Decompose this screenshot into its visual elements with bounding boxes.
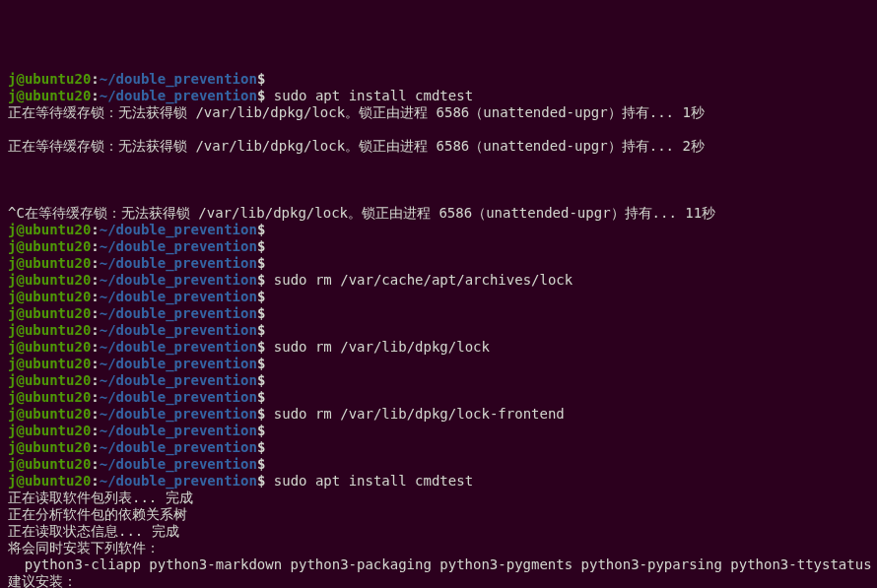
prompt-line: j@ubuntu20:~/double_prevention$: [8, 389, 869, 406]
prompt-line: j@ubuntu20:~/double_prevention$: [8, 71, 869, 88]
prompt-host: ubuntu20: [25, 222, 91, 237]
prompt-line: j@ubuntu20:~/double_prevention$ sudo rm …: [8, 272, 869, 289]
prompt-colon: :: [91, 88, 99, 103]
prompt-path: ~/double_prevention: [100, 71, 257, 87]
prompt-dollar: $: [257, 389, 265, 405]
prompt-line: j@ubuntu20:~/double_prevention$: [8, 356, 869, 372]
prompt-dollar: $: [257, 305, 265, 321]
output-line: 正在读取状态信息... 完成: [8, 523, 869, 540]
prompt-at: @: [16, 305, 24, 321]
prompt-colon: :: [91, 238, 99, 254]
prompt-at: @: [16, 372, 24, 388]
prompt-dollar: $: [257, 71, 265, 87]
prompt-path: ~/double_prevention: [100, 305, 257, 321]
prompt-line: j@ubuntu20:~/double_prevention$: [8, 289, 869, 305]
prompt-at: @: [16, 423, 24, 438]
command-text: sudo rm /var/lib/dpkg/lock-frontend: [265, 406, 564, 422]
terminal-output[interactable]: j@ubuntu20:~/double_prevention$j@ubuntu2…: [8, 71, 869, 588]
output-line: 正在分析软件包的依赖关系树: [8, 506, 869, 523]
prompt-dollar: $: [257, 423, 265, 438]
prompt-colon: :: [91, 339, 99, 355]
prompt-host: ubuntu20: [25, 372, 91, 388]
prompt-host: ubuntu20: [25, 88, 91, 103]
prompt-host: ubuntu20: [25, 272, 91, 288]
prompt-colon: :: [91, 456, 99, 472]
prompt-line: j@ubuntu20:~/double_prevention$: [8, 255, 869, 272]
prompt-path: ~/double_prevention: [100, 88, 257, 103]
command-text: sudo rm /var/cache/apt/archives/lock: [265, 272, 573, 288]
prompt-dollar: $: [257, 372, 265, 388]
prompt-host: ubuntu20: [25, 406, 91, 422]
prompt-host: ubuntu20: [25, 456, 91, 472]
prompt-path: ~/double_prevention: [100, 473, 257, 489]
prompt-path: ~/double_prevention: [100, 389, 257, 405]
prompt-path: ~/double_prevention: [100, 272, 257, 288]
prompt-host: ubuntu20: [25, 356, 91, 371]
prompt-colon: :: [91, 356, 99, 371]
prompt-line: j@ubuntu20:~/double_prevention$: [8, 456, 869, 473]
prompt-colon: :: [91, 289, 99, 304]
prompt-at: @: [16, 339, 24, 355]
blank-line: [8, 121, 869, 138]
prompt-host: ubuntu20: [25, 322, 91, 338]
prompt-path: ~/double_prevention: [100, 289, 257, 304]
prompt-line: j@ubuntu20:~/double_prevention$ sudo apt…: [8, 88, 869, 104]
prompt-path: ~/double_prevention: [100, 456, 257, 472]
prompt-dollar: $: [257, 238, 265, 254]
prompt-line: j@ubuntu20:~/double_prevention$ sudo apt…: [8, 473, 869, 490]
command-text: sudo apt install cmdtest: [265, 473, 473, 489]
prompt-colon: :: [91, 372, 99, 388]
prompt-colon: :: [91, 305, 99, 321]
prompt-host: ubuntu20: [25, 339, 91, 355]
prompt-line: j@ubuntu20:~/double_prevention$: [8, 305, 869, 322]
output-line: 将会同时安装下列软件：: [8, 540, 869, 556]
prompt-dollar: $: [257, 456, 265, 472]
prompt-at: @: [16, 272, 24, 288]
prompt-line: j@ubuntu20:~/double_prevention$: [8, 372, 869, 389]
prompt-at: @: [16, 473, 24, 489]
output-line: 正在等待缓存锁：无法获得锁 /var/lib/dpkg/lock。锁正由进程 6…: [8, 104, 869, 121]
output-line: ^C在等待缓存锁：无法获得锁 /var/lib/dpkg/lock。锁正由进程 …: [8, 205, 869, 222]
prompt-line: j@ubuntu20:~/double_prevention$: [8, 322, 869, 339]
prompt-at: @: [16, 322, 24, 338]
prompt-path: ~/double_prevention: [100, 339, 257, 355]
prompt-at: @: [16, 222, 24, 237]
prompt-path: ~/double_prevention: [100, 222, 257, 237]
prompt-host: ubuntu20: [25, 289, 91, 304]
prompt-host: ubuntu20: [25, 238, 91, 254]
prompt-host: ubuntu20: [25, 473, 91, 489]
prompt-colon: :: [91, 71, 99, 87]
prompt-at: @: [16, 289, 24, 304]
output-line: 建议安装：: [8, 573, 869, 588]
prompt-at: @: [16, 406, 24, 422]
prompt-colon: :: [91, 473, 99, 489]
prompt-colon: :: [91, 439, 99, 455]
prompt-line: j@ubuntu20:~/double_prevention$ sudo rm …: [8, 406, 869, 423]
command-text: sudo rm /var/lib/dpkg/lock: [265, 339, 490, 355]
prompt-at: @: [16, 439, 24, 455]
prompt-line: j@ubuntu20:~/double_prevention$: [8, 439, 869, 456]
blank-line: [8, 171, 869, 188]
prompt-dollar: $: [257, 255, 265, 271]
prompt-line: j@ubuntu20:~/double_prevention$: [8, 238, 869, 255]
prompt-host: ubuntu20: [25, 389, 91, 405]
prompt-line: j@ubuntu20:~/double_prevention$: [8, 222, 869, 238]
prompt-path: ~/double_prevention: [100, 356, 257, 371]
prompt-colon: :: [91, 389, 99, 405]
prompt-path: ~/double_prevention: [100, 423, 257, 438]
prompt-path: ~/double_prevention: [100, 238, 257, 254]
prompt-host: ubuntu20: [25, 71, 91, 87]
output-line: python3-cliapp python3-markdown python3-…: [8, 556, 869, 573]
prompt-path: ~/double_prevention: [100, 255, 257, 271]
prompt-at: @: [16, 356, 24, 371]
command-text: sudo apt install cmdtest: [265, 88, 473, 103]
prompt-host: ubuntu20: [25, 255, 91, 271]
prompt-at: @: [16, 456, 24, 472]
prompt-at: @: [16, 255, 24, 271]
prompt-line: j@ubuntu20:~/double_prevention$ sudo rm …: [8, 339, 869, 356]
prompt-colon: :: [91, 322, 99, 338]
prompt-at: @: [16, 71, 24, 87]
prompt-path: ~/double_prevention: [100, 372, 257, 388]
prompt-host: ubuntu20: [25, 423, 91, 438]
prompt-host: ubuntu20: [25, 439, 91, 455]
